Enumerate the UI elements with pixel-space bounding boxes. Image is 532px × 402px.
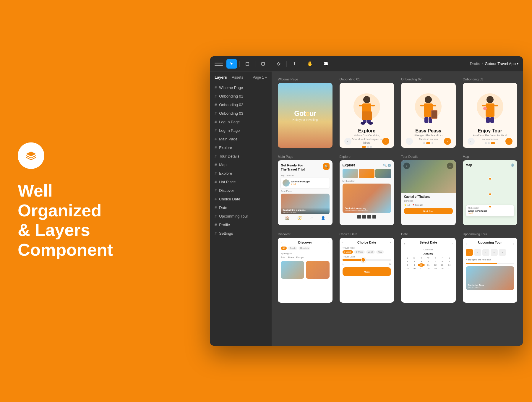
- breadcrumb-project[interactable]: Gotour Travel App ▾: [485, 61, 518, 66]
- cal-3[interactable]: 3: [418, 260, 425, 263]
- time-opt-2week[interactable]: 2 Week: [354, 250, 365, 254]
- cal-16[interactable]: 16: [411, 267, 418, 270]
- cal-8[interactable]: 8: [404, 263, 411, 267]
- cal-19[interactable]: 19: [432, 267, 439, 270]
- cal-11[interactable]: 11: [425, 263, 432, 267]
- time-opt-month[interactable]: Month: [366, 250, 375, 254]
- choice-next[interactable]: ›: [390, 241, 391, 244]
- prev-arrow[interactable]: ‹: [344, 138, 351, 145]
- region-africa[interactable]: Africa: [288, 256, 294, 259]
- cal-7[interactable]: 7: [446, 260, 453, 263]
- compass-icon[interactable]: 🧭: [297, 216, 302, 220]
- cal-1[interactable]: 1: [404, 260, 411, 263]
- layer-item-settings[interactable]: # Settings: [210, 229, 272, 238]
- choice-back[interactable]: ‹: [343, 241, 344, 244]
- prev-arrow[interactable]: ‹: [406, 138, 413, 145]
- layer-item-choicedate[interactable]: # Choice Date: [210, 195, 272, 203]
- cal-4[interactable]: 4: [425, 260, 432, 263]
- book-btn[interactable]: Book Now: [404, 208, 453, 214]
- search-icon[interactable]: 🔍: [383, 164, 387, 167]
- cal-10[interactable]: 10: [418, 263, 425, 267]
- discover-dots[interactable]: ›: [328, 241, 330, 244]
- home-icon[interactable]: 🏠: [285, 216, 289, 220]
- frame-label-map: Map: [463, 155, 518, 158]
- cal-5[interactable]: 5: [432, 260, 439, 263]
- next-arrow[interactable]: ›: [505, 138, 512, 145]
- region-asia[interactable]: Asia: [281, 256, 286, 259]
- layer-item-profile[interactable]: # Profile: [210, 221, 272, 229]
- filter-icon[interactable]: ⚙️: [387, 164, 391, 167]
- cal-14[interactable]: 14: [446, 263, 453, 267]
- layer-item-hotplace[interactable]: # Hot Place: [210, 178, 272, 186]
- shape-tool[interactable]: [258, 59, 268, 69]
- layer-item-main[interactable]: # Main Page: [210, 135, 272, 143]
- cal-12[interactable]: 12: [432, 263, 439, 267]
- pen-tool[interactable]: [273, 59, 284, 69]
- frame-tool[interactable]: [242, 59, 253, 69]
- next-arrow[interactable]: ›: [444, 138, 451, 145]
- next-arrow[interactable]: ›: [382, 138, 389, 145]
- slider-thumb[interactable]: [361, 257, 366, 262]
- layer-item-discover[interactable]: # Discover: [210, 186, 272, 195]
- time-opt-year[interactable]: Year: [376, 250, 384, 254]
- layers-svg-icon: [25, 149, 38, 162]
- cal-21[interactable]: 21: [446, 267, 453, 270]
- layer-item-tour[interactable]: # Tour Details: [210, 152, 272, 161]
- search-btn[interactable]: 🔍: [323, 163, 330, 170]
- back-btn[interactable]: ‹: [403, 163, 410, 169]
- next-btn[interactable]: Next: [343, 267, 391, 276]
- layer-item-explore2[interactable]: # Explore: [210, 169, 272, 178]
- cal-17[interactable]: 17: [418, 267, 425, 270]
- prev-arrow[interactable]: ‹: [468, 138, 475, 145]
- tag-all[interactable]: All: [281, 247, 287, 250]
- cal-15[interactable]: 15: [404, 267, 411, 270]
- layer-item-onboarding2[interactable]: # Onbonding 02: [210, 100, 272, 109]
- region-europe[interactable]: Europe: [296, 256, 304, 259]
- map-filter-icon[interactable]: ⚙️: [511, 163, 514, 167]
- frame-upcoming: Upcomming Tour ‹ Upcoming Tour › 1 2 3: [463, 232, 518, 303]
- tag-mountain[interactable]: Mountain: [299, 247, 311, 250]
- layer-item-date[interactable]: # Date: [210, 203, 272, 212]
- hand-tool[interactable]: ✋: [305, 59, 315, 69]
- layer-item-map[interactable]: # Map: [210, 161, 272, 169]
- comment-tool[interactable]: 💬: [320, 59, 331, 69]
- heart-icon[interactable]: ♡: [310, 216, 313, 220]
- upcoming-next[interactable]: ›: [513, 242, 514, 245]
- choice-header: ‹ Choice Date ›: [343, 241, 391, 244]
- menu-button[interactable]: [215, 60, 223, 68]
- layer-item-onboarding1[interactable]: # Onbonding 01: [210, 92, 272, 100]
- bookmark-btn[interactable]: ♡: [447, 163, 453, 169]
- cal-13[interactable]: 13: [439, 263, 446, 267]
- page-selector[interactable]: Page 1 ▾: [253, 75, 267, 80]
- heart-nav[interactable]: ⬛: [367, 215, 371, 219]
- date-next[interactable]: ›: [452, 242, 452, 245]
- svg-rect-21: [482, 105, 486, 106]
- discover-back[interactable]: ‹: [281, 241, 282, 244]
- frame-explore: Explore Explore 🔍 ⚙️: [340, 155, 394, 225]
- cal-2[interactable]: 2: [411, 260, 418, 263]
- select-tool[interactable]: [226, 59, 237, 69]
- layer-item-explore1[interactable]: # Explore: [210, 143, 272, 152]
- layer-item-onboarding3[interactable]: # Onbonding 03: [210, 109, 272, 118]
- layer-item-login2[interactable]: # Log In Page: [210, 126, 272, 135]
- cal-header-m: M: [411, 256, 418, 260]
- time-opt-1week[interactable]: 1 Week: [343, 250, 353, 254]
- date-back[interactable]: ‹: [404, 242, 405, 245]
- tab-assets[interactable]: Assets: [232, 75, 243, 80]
- text-tool[interactable]: T: [289, 59, 300, 69]
- cal-18[interactable]: 18: [425, 267, 432, 270]
- tab-layers[interactable]: Layers: [215, 75, 227, 80]
- user-icon[interactable]: 👤: [321, 216, 325, 220]
- layer-item-upcoming[interactable]: # Upcomming Tour: [210, 212, 272, 221]
- upcoming-back[interactable]: ‹: [466, 242, 467, 245]
- days-slider[interactable]: [343, 259, 391, 261]
- layer-item-login1[interactable]: # Log In Page: [210, 118, 272, 126]
- layer-item-welcome[interactable]: # Wlcome Page: [210, 83, 272, 92]
- home-nav[interactable]: ⬛: [357, 215, 361, 219]
- cal-9[interactable]: 9: [411, 263, 418, 267]
- tag-beach[interactable]: Beach: [288, 247, 297, 250]
- cal-20[interactable]: 20: [439, 267, 446, 270]
- search-nav[interactable]: ⬛: [362, 215, 366, 219]
- user-nav[interactable]: ⬛: [372, 215, 376, 219]
- cal-6[interactable]: 6: [439, 260, 446, 263]
